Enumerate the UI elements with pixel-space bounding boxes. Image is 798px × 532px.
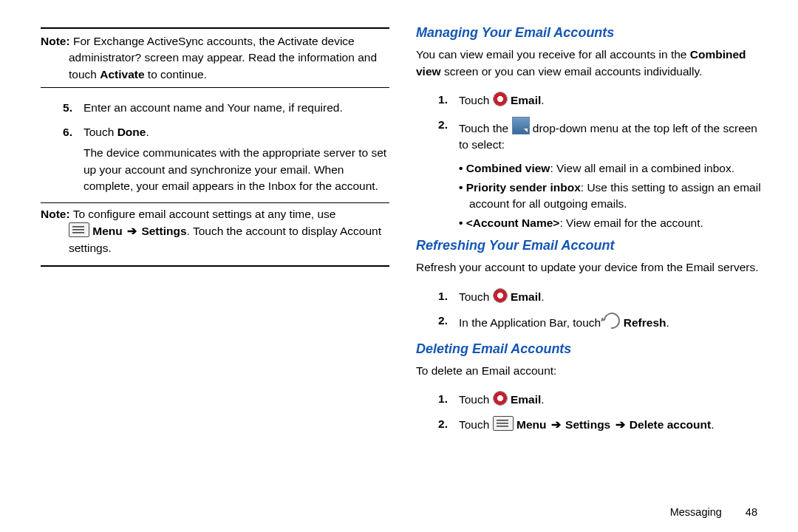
email-icon (493, 288, 508, 303)
step-6: Touch Done. The device communicates with… (41, 124, 389, 195)
refresh-step-2: In the Application Bar, touch Refresh. (416, 313, 765, 331)
manage-step-2: Touch the drop-down menu at the top left… (416, 117, 765, 154)
page-body: Note: For Exchange ActiveSync accounts, … (0, 0, 798, 440)
refresh-step-1: Touch Email. (416, 288, 765, 305)
refresh-intro: Refresh your account to update your devi… (416, 259, 765, 276)
email-icon (493, 92, 508, 106)
rule (41, 27, 389, 29)
heading-refreshing: Refreshing Your Email Account (416, 236, 765, 255)
note-tail: to continue. (145, 68, 207, 81)
heading-managing: Managing Your Email Accounts (416, 23, 765, 42)
delete-step-2: Touch Menu ➔ Settings ➔ Delete account. (416, 416, 765, 433)
delete-intro: To delete an Email account: (416, 363, 765, 379)
note-label: Note: (41, 208, 70, 220)
rule (41, 202, 389, 203)
steps-list: Enter an account name and Your name, if … (41, 100, 389, 194)
right-column: Managing Your Email Accounts You can vie… (416, 18, 765, 440)
step-6-body: The device communicates with the appropr… (83, 145, 389, 194)
menu-icon (493, 416, 514, 431)
note-bold: Activate (100, 68, 144, 81)
manage-steps: Touch Email. Touch the drop-down menu at… (416, 92, 765, 153)
step-5: Enter an account name and Your name, if … (41, 100, 389, 116)
dropdown-icon (512, 117, 530, 134)
footer-chapter: Messaging (670, 506, 722, 518)
heading-deleting: Deleting Email Accounts (416, 339, 765, 358)
refresh-steps: Touch Email. In the Application Bar, tou… (416, 288, 765, 332)
manage-bullets: Combined view: View all email in a combi… (416, 160, 765, 231)
refresh-icon (601, 310, 624, 332)
delete-steps: Touch Email. Touch Menu ➔ Settings ➔ Del… (416, 391, 765, 433)
menu-icon (69, 222, 89, 237)
delete-step-1: Touch Email. (416, 391, 765, 408)
note-activate: Note: For Exchange ActiveSync accounts, … (41, 33, 389, 83)
bullet-account: <Account Name>: View email for the accou… (416, 215, 765, 231)
note-configure: Note: To configure email account setting… (41, 206, 389, 256)
manage-step-1: Touch Email. (416, 92, 765, 109)
email-icon (493, 391, 508, 406)
page-footer: Messaging 48 (670, 505, 757, 520)
note-label: Note: (41, 35, 70, 47)
rule (41, 265, 389, 267)
bullet-combined: Combined view: View all email in a combi… (416, 160, 765, 177)
left-column: Note: For Exchange ActiveSync accounts, … (41, 18, 389, 440)
bullet-priority: Priority sender inbox: Use this setting … (416, 180, 765, 213)
manage-intro: You can view email you receive for all a… (416, 47, 765, 80)
rule (41, 87, 389, 88)
footer-page-number: 48 (746, 506, 757, 518)
